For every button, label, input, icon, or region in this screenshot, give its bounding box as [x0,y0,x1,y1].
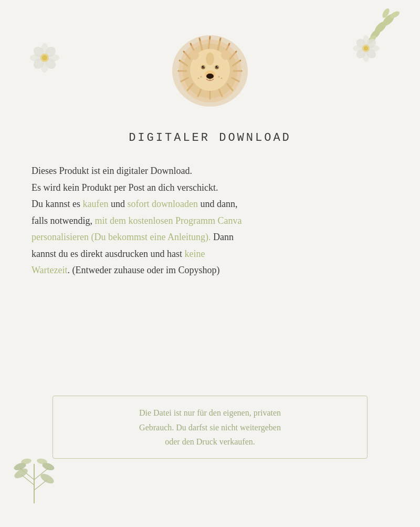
desc-keine: keine [184,249,205,259]
page: DIGITALER DOWNLOAD Dieses Produkt ist ei… [0,0,420,527]
desc-line4-part1: falls notwendig, [32,215,94,226]
desc-downloaden: sofort downloaden [127,199,197,209]
disclaimer-box: Die Datei ist nur für den eigenen, priva… [52,396,368,459]
desc-line5-part2: Dann [211,232,234,242]
leaf-decoration-bottom-left [10,453,58,506]
desc-line3-part1: Du kannst es [32,199,83,209]
desc-line7-part2: . (Entweder zuhause oder im Copyshop) [68,265,220,275]
desc-wartezeit: Wartezeit [32,265,68,275]
flower-decoration-top-left [29,42,60,71]
desc-line3-part2: und [108,199,127,209]
desc-line2: Es wird kein Produkt per Post an dich ve… [32,182,218,193]
page-title: DIGITALER DOWNLOAD [32,131,388,144]
main-content: DIGITALER DOWNLOAD Dieses Produkt ist ei… [32,131,388,279]
svg-point-16 [42,55,47,60]
desc-personalisieren: personalisieren (Du bekommst eine Anleit… [32,232,211,242]
desc-kaufen: kaufen [83,199,109,209]
svg-point-60 [206,53,214,65]
disclaimer-text: Die Datei ist nur für den eigenen, priva… [139,408,281,446]
lion-illustration [165,26,255,116]
svg-point-72 [206,74,214,79]
desc-line3-part3: und dann, [198,199,238,209]
desc-canva: mit dem kostenlosen Programm Canva [94,215,242,226]
svg-point-62 [221,50,230,60]
svg-point-26 [364,46,368,50]
svg-point-76 [218,76,220,78]
description-text: Dieses Produkt ist ein digitaler Downloa… [32,163,388,279]
svg-point-77 [221,78,223,79]
flower-decoration-top-right [352,34,381,63]
svg-point-75 [198,78,200,79]
svg-point-69 [204,66,205,67]
svg-point-74 [201,76,202,78]
svg-point-61 [190,50,199,60]
desc-line6-part1: kannst du es direkt ausdrucken und hast [32,249,184,259]
desc-line1: Dieses Produkt ist ein digitaler Downloa… [32,166,192,176]
svg-point-70 [217,66,218,67]
